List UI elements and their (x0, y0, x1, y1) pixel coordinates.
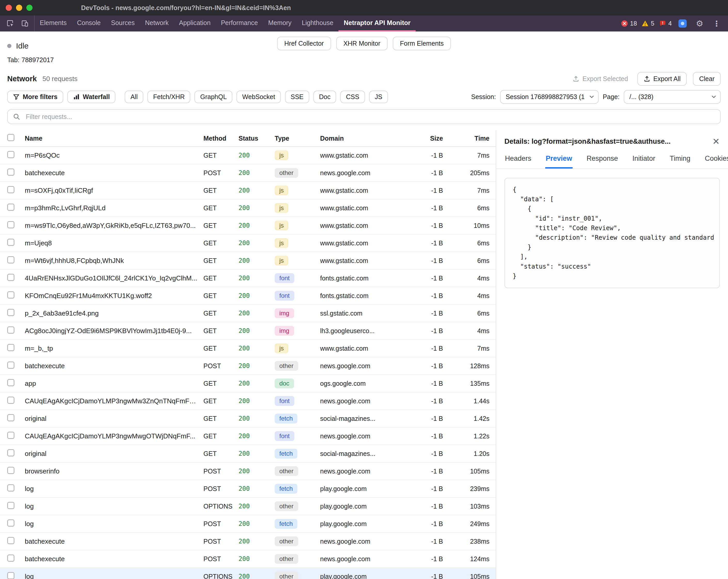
zoom-window-button[interactable] (26, 5, 32, 11)
clear-button[interactable]: Clear (693, 72, 721, 86)
table-row[interactable]: m=sOXFj,q0xTif,liCRgfGET200jswww.gstatic… (0, 182, 496, 199)
row-checkbox[interactable] (7, 379, 15, 386)
table-row[interactable]: CAUqEAgAKgcICjDamoYLMP3ngwMw3ZnQnTNqFmFw… (0, 392, 496, 410)
row-checkbox[interactable] (7, 239, 15, 246)
row-checkbox[interactable] (7, 309, 15, 316)
tab-lighthouse[interactable]: Lighthouse (296, 16, 338, 31)
filter-requests-input[interactable] (25, 112, 715, 121)
table-row[interactable]: m=Ujeq8GET200jswww.gstatic.com-1 B6ms (0, 235, 496, 252)
row-checkbox[interactable] (7, 449, 15, 457)
row-checkbox[interactable] (7, 344, 15, 351)
table-row[interactable]: logPOST200fetchplay.google.com-1 B239ms (0, 480, 496, 498)
filter-chip-websocket[interactable]: WebSocket (236, 90, 281, 103)
table-row[interactable]: appGET200docogs.google.com-1 B135ms (0, 375, 496, 392)
filter-chip-doc[interactable]: Doc (313, 90, 336, 103)
tab-performance[interactable]: Performance (216, 16, 263, 31)
details-tab-headers[interactable]: Headers (504, 150, 532, 168)
extension-icon[interactable] (676, 17, 689, 30)
export-selected-button[interactable]: Export Selected (570, 75, 631, 83)
table-row[interactable]: originalGET200fetchsocial-magazines...-1… (0, 445, 496, 463)
row-checkbox[interactable] (7, 502, 15, 509)
details-tab-initiator[interactable]: Initiator (632, 150, 656, 168)
table-row[interactable]: logOPTIONS200otherplay.google.com-1 B105… (0, 568, 496, 579)
device-toolbar-icon[interactable] (19, 17, 31, 30)
column-header-size[interactable]: Size (409, 135, 443, 142)
table-row[interactable]: m=P6sQOcGET200jswww.gstatic.com-1 B7ms (0, 147, 496, 164)
tab-application[interactable]: Application (174, 16, 215, 31)
close-window-button[interactable] (6, 5, 12, 11)
table-row[interactable]: m=Wt6vjf,hhhU8,FCpbqb,WhJNkGET200jswww.g… (0, 252, 496, 270)
row-checkbox[interactable] (7, 554, 15, 562)
table-row[interactable]: logOPTIONS200otherplay.google.com-1 B103… (0, 498, 496, 515)
column-header-name[interactable]: Name (25, 135, 203, 142)
row-checkbox[interactable] (7, 203, 15, 211)
row-checkbox[interactable] (7, 467, 15, 474)
row-checkbox[interactable] (7, 274, 15, 281)
table-row[interactable]: ACg8ocJ0ingjYZ-OdE9i6MSP9KBVlYowImJj1tb4… (0, 322, 496, 340)
table-row[interactable]: m=p3hmRc,LvGhrf,RqjULdGET200jswww.gstati… (0, 199, 496, 217)
table-row[interactable]: m=ws9Tlc,O6y8ed,aW3pY,GkRiKb,e5qFLc,IZT6… (0, 217, 496, 235)
minimize-window-button[interactable] (16, 5, 22, 11)
select-all-checkbox[interactable] (7, 134, 15, 141)
table-row[interactable]: batchexecutePOST200othernews.google.com-… (0, 357, 496, 375)
table-row[interactable]: CAUqEAgAKgcICjDamoYLMP3ngwMwgOTWjDNqFmF.… (0, 428, 496, 445)
row-checkbox[interactable] (7, 572, 15, 579)
row-checkbox[interactable] (7, 221, 15, 228)
tab-sources[interactable]: Sources (106, 16, 140, 31)
row-checkbox[interactable] (7, 151, 15, 158)
close-icon[interactable]: ✕ (712, 137, 720, 146)
column-header-method[interactable]: Method (203, 135, 238, 142)
filter-chip-js[interactable]: JS (369, 90, 388, 103)
session-select[interactable]: Session 1768998827953 (1 (500, 90, 599, 104)
inspect-element-icon[interactable] (4, 17, 17, 30)
details-tab-cookies[interactable]: Cookies (704, 150, 728, 168)
table-row[interactable]: logPOST200fetchplay.google.com-1 B249ms (0, 515, 496, 533)
row-checkbox[interactable] (7, 537, 15, 544)
export-all-button[interactable]: Export All (638, 72, 687, 86)
table-row[interactable]: p_2x_6ab3ae91cfe4.pngGET200imgssl.gstati… (0, 305, 496, 322)
error-count[interactable]: 18 (621, 20, 637, 27)
warning-count[interactable]: 5 (642, 20, 654, 27)
tab-console[interactable]: Console (72, 16, 106, 31)
row-checkbox[interactable] (7, 256, 15, 264)
table-row[interactable]: KFOmCnqEu92Fr1Mu4mxKKTU1Kg.woff2GET200fo… (0, 287, 496, 305)
table-row[interactable]: originalGET200fetchsocial-magazines...-1… (0, 410, 496, 428)
row-checkbox[interactable] (7, 414, 15, 421)
filter-chip-all[interactable]: All (125, 90, 143, 103)
href-collector-button[interactable]: Href Collector (277, 37, 331, 50)
xhr-monitor-button[interactable]: XHR Monitor (336, 37, 388, 50)
table-row[interactable]: batchexecutePOST200othernews.google.com-… (0, 164, 496, 182)
filter-chip-css[interactable]: CSS (340, 90, 365, 103)
gear-icon[interactable]: ⚙ (694, 17, 706, 30)
filter-chip-graphql[interactable]: GraphQL (194, 90, 232, 103)
waterfall-button[interactable]: Waterfall (68, 90, 116, 103)
row-checkbox[interactable] (7, 396, 15, 404)
row-checkbox[interactable] (7, 326, 15, 334)
table-row[interactable]: batchexecutePOST200othernews.google.com-… (0, 550, 496, 568)
row-checkbox[interactable] (7, 186, 15, 193)
issues-count[interactable]: 4 (659, 20, 672, 27)
column-header-status[interactable]: Status (238, 135, 275, 142)
column-header-time[interactable]: Time (443, 135, 490, 142)
row-checkbox[interactable] (7, 519, 15, 527)
table-row[interactable]: browserinfoPOST200othernews.google.com-1… (0, 463, 496, 480)
table-row[interactable]: 4UaRrENHsxJlGDuGo1OIlJfC6l_24rlCK1Yo_Iq2… (0, 270, 496, 287)
tab-network[interactable]: Network (140, 16, 174, 31)
details-tab-response[interactable]: Response (586, 150, 619, 168)
form-elements-button[interactable]: Form Elements (393, 37, 451, 50)
filter-chip-fetch-xhr[interactable]: Fetch/XHR (148, 90, 190, 103)
row-checkbox[interactable] (7, 432, 15, 439)
table-row[interactable]: batchexecutePOST200othernews.google.com-… (0, 533, 496, 550)
tab-memory[interactable]: Memory (263, 16, 296, 31)
row-checkbox[interactable] (7, 361, 15, 369)
tab-netraptor-api-monitor[interactable]: Netraptor API Monitor (338, 16, 416, 31)
filter-chip-sse[interactable]: SSE (285, 90, 309, 103)
column-header-domain[interactable]: Domain (320, 135, 409, 142)
tab-elements[interactable]: Elements (34, 16, 72, 31)
more-filters-button[interactable]: More filters (7, 90, 63, 103)
row-checkbox[interactable] (7, 484, 15, 492)
page-select[interactable]: /... (328) (624, 90, 721, 104)
details-tab-preview[interactable]: Preview (545, 150, 573, 168)
details-tab-timing[interactable]: Timing (669, 150, 691, 168)
row-checkbox[interactable] (7, 168, 15, 176)
